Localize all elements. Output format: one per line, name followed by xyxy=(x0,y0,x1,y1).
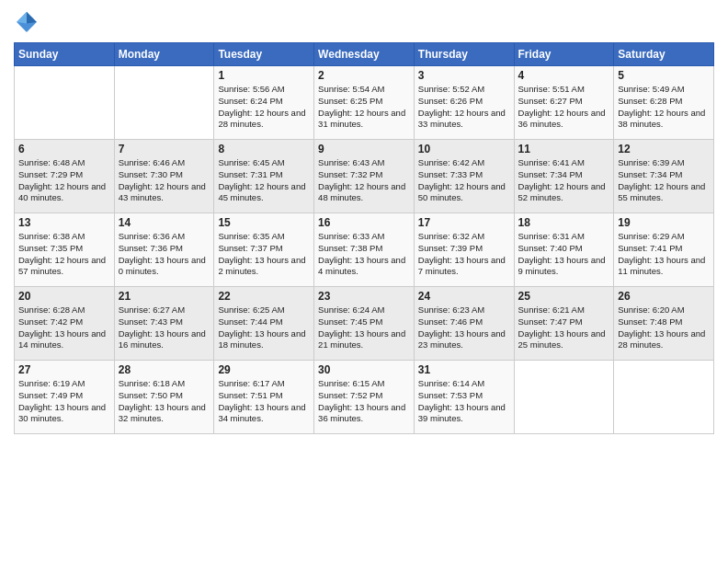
day-cell: 10Sunrise: 6:42 AM Sunset: 7:33 PM Dayli… xyxy=(414,140,514,213)
day-number: 9 xyxy=(318,143,410,155)
day-number: 1 xyxy=(218,69,310,82)
day-cell: 7Sunrise: 6:46 AM Sunset: 7:30 PM Daylig… xyxy=(114,140,214,213)
day-cell xyxy=(114,66,214,140)
day-number: 18 xyxy=(518,216,610,229)
day-cell xyxy=(614,361,714,434)
col-header-monday: Monday xyxy=(114,43,214,66)
day-number: 16 xyxy=(318,216,410,229)
day-cell: 11Sunrise: 6:41 AM Sunset: 7:34 PM Dayli… xyxy=(514,140,614,213)
day-info: Sunrise: 6:14 AM Sunset: 7:53 PM Dayligh… xyxy=(418,378,510,425)
day-cell: 23Sunrise: 6:24 AM Sunset: 7:45 PM Dayli… xyxy=(314,287,415,361)
day-number: 3 xyxy=(418,69,510,82)
calendar-table: SundayMondayTuesdayWednesdayThursdayFrid… xyxy=(14,42,714,434)
col-header-wednesday: Wednesday xyxy=(314,43,415,66)
day-info: Sunrise: 6:18 AM Sunset: 7:50 PM Dayligh… xyxy=(119,378,210,425)
day-info: Sunrise: 6:32 AM Sunset: 7:39 PM Dayligh… xyxy=(418,231,510,278)
day-cell: 19Sunrise: 6:29 AM Sunset: 7:41 PM Dayli… xyxy=(614,213,714,287)
day-cell: 17Sunrise: 6:32 AM Sunset: 7:39 PM Dayli… xyxy=(414,213,514,287)
day-cell: 28Sunrise: 6:18 AM Sunset: 7:50 PM Dayli… xyxy=(114,361,214,434)
day-info: Sunrise: 6:35 AM Sunset: 7:37 PM Dayligh… xyxy=(218,231,310,278)
day-cell xyxy=(514,361,614,434)
day-cell: 20Sunrise: 6:28 AM Sunset: 7:42 PM Dayli… xyxy=(15,287,115,361)
day-number: 6 xyxy=(18,143,110,155)
day-number: 22 xyxy=(218,290,310,303)
day-cell: 15Sunrise: 6:35 AM Sunset: 7:37 PM Dayli… xyxy=(214,213,314,287)
day-info: Sunrise: 6:43 AM Sunset: 7:32 PM Dayligh… xyxy=(318,157,410,204)
day-cell: 27Sunrise: 6:19 AM Sunset: 7:49 PM Dayli… xyxy=(15,361,115,434)
day-cell: 2Sunrise: 5:54 AM Sunset: 6:25 PM Daylig… xyxy=(314,66,415,140)
day-info: Sunrise: 6:28 AM Sunset: 7:42 PM Dayligh… xyxy=(18,304,110,351)
day-number: 12 xyxy=(618,143,710,155)
day-info: Sunrise: 6:33 AM Sunset: 7:38 PM Dayligh… xyxy=(318,231,410,278)
day-number: 27 xyxy=(18,363,110,376)
day-info: Sunrise: 6:23 AM Sunset: 7:46 PM Dayligh… xyxy=(418,304,510,351)
day-info: Sunrise: 6:45 AM Sunset: 7:31 PM Dayligh… xyxy=(218,157,310,204)
col-header-tuesday: Tuesday xyxy=(214,43,314,66)
day-number: 30 xyxy=(318,363,410,376)
day-number: 20 xyxy=(18,290,110,303)
day-info: Sunrise: 6:25 AM Sunset: 7:44 PM Dayligh… xyxy=(218,304,310,351)
day-info: Sunrise: 6:31 AM Sunset: 7:40 PM Dayligh… xyxy=(518,231,610,278)
day-number: 10 xyxy=(418,143,510,155)
day-info: Sunrise: 6:46 AM Sunset: 7:30 PM Dayligh… xyxy=(119,157,210,204)
day-info: Sunrise: 6:41 AM Sunset: 7:34 PM Dayligh… xyxy=(518,157,610,204)
day-cell: 24Sunrise: 6:23 AM Sunset: 7:46 PM Dayli… xyxy=(414,287,514,361)
day-info: Sunrise: 6:48 AM Sunset: 7:29 PM Dayligh… xyxy=(18,157,110,204)
col-header-sunday: Sunday xyxy=(15,43,115,66)
day-cell: 29Sunrise: 6:17 AM Sunset: 7:51 PM Dayli… xyxy=(214,361,314,434)
day-info: Sunrise: 6:38 AM Sunset: 7:35 PM Dayligh… xyxy=(18,231,110,278)
day-number: 29 xyxy=(218,363,310,376)
logo xyxy=(14,9,43,35)
day-info: Sunrise: 6:36 AM Sunset: 7:36 PM Dayligh… xyxy=(119,231,210,278)
day-cell: 31Sunrise: 6:14 AM Sunset: 7:53 PM Dayli… xyxy=(414,361,514,434)
day-cell: 8Sunrise: 6:45 AM Sunset: 7:31 PM Daylig… xyxy=(214,140,314,213)
week-row-1: 1Sunrise: 5:56 AM Sunset: 6:24 PM Daylig… xyxy=(15,66,714,140)
svg-marker-1 xyxy=(27,12,37,23)
day-cell: 9Sunrise: 6:43 AM Sunset: 7:32 PM Daylig… xyxy=(314,140,415,213)
day-info: Sunrise: 5:49 AM Sunset: 6:28 PM Dayligh… xyxy=(618,84,710,131)
day-cell: 21Sunrise: 6:27 AM Sunset: 7:43 PM Dayli… xyxy=(114,287,214,361)
day-info: Sunrise: 5:56 AM Sunset: 6:24 PM Dayligh… xyxy=(218,84,310,131)
day-number: 5 xyxy=(618,69,710,82)
day-info: Sunrise: 6:20 AM Sunset: 7:48 PM Dayligh… xyxy=(618,304,710,351)
day-cell: 22Sunrise: 6:25 AM Sunset: 7:44 PM Dayli… xyxy=(214,287,314,361)
col-header-saturday: Saturday xyxy=(614,43,714,66)
header xyxy=(14,9,714,35)
day-number: 19 xyxy=(618,216,710,229)
day-cell: 12Sunrise: 6:39 AM Sunset: 7:34 PM Dayli… xyxy=(614,140,714,213)
day-number: 13 xyxy=(18,216,110,229)
day-cell: 14Sunrise: 6:36 AM Sunset: 7:36 PM Dayli… xyxy=(114,213,214,287)
day-number: 2 xyxy=(318,69,410,82)
day-number: 7 xyxy=(119,143,210,155)
day-cell: 5Sunrise: 5:49 AM Sunset: 6:28 PM Daylig… xyxy=(614,66,714,140)
day-cell: 26Sunrise: 6:20 AM Sunset: 7:48 PM Dayli… xyxy=(614,287,714,361)
svg-marker-2 xyxy=(17,12,27,23)
week-row-4: 20Sunrise: 6:28 AM Sunset: 7:42 PM Dayli… xyxy=(15,287,714,361)
day-number: 11 xyxy=(518,143,610,155)
day-number: 24 xyxy=(418,290,510,303)
day-number: 31 xyxy=(418,363,510,376)
day-number: 17 xyxy=(418,216,510,229)
col-header-friday: Friday xyxy=(514,43,614,66)
day-cell: 16Sunrise: 6:33 AM Sunset: 7:38 PM Dayli… xyxy=(314,213,415,287)
day-cell xyxy=(15,66,115,140)
day-info: Sunrise: 6:17 AM Sunset: 7:51 PM Dayligh… xyxy=(218,378,310,425)
day-info: Sunrise: 6:27 AM Sunset: 7:43 PM Dayligh… xyxy=(119,304,210,351)
logo-icon xyxy=(14,9,40,35)
day-cell: 4Sunrise: 5:51 AM Sunset: 6:27 PM Daylig… xyxy=(514,66,614,140)
day-info: Sunrise: 6:39 AM Sunset: 7:34 PM Dayligh… xyxy=(618,157,710,204)
day-number: 21 xyxy=(119,290,210,303)
header-row: SundayMondayTuesdayWednesdayThursdayFrid… xyxy=(15,43,714,66)
day-number: 23 xyxy=(318,290,410,303)
day-info: Sunrise: 5:54 AM Sunset: 6:25 PM Dayligh… xyxy=(318,84,410,131)
day-info: Sunrise: 5:52 AM Sunset: 6:26 PM Dayligh… xyxy=(418,84,510,131)
day-number: 4 xyxy=(518,69,610,82)
week-row-3: 13Sunrise: 6:38 AM Sunset: 7:35 PM Dayli… xyxy=(15,213,714,287)
day-info: Sunrise: 5:51 AM Sunset: 6:27 PM Dayligh… xyxy=(518,84,610,131)
day-number: 14 xyxy=(119,216,210,229)
day-info: Sunrise: 6:21 AM Sunset: 7:47 PM Dayligh… xyxy=(518,304,610,351)
week-row-5: 27Sunrise: 6:19 AM Sunset: 7:49 PM Dayli… xyxy=(15,361,714,434)
day-cell: 13Sunrise: 6:38 AM Sunset: 7:35 PM Dayli… xyxy=(15,213,115,287)
day-number: 8 xyxy=(218,143,310,155)
day-info: Sunrise: 6:19 AM Sunset: 7:49 PM Dayligh… xyxy=(18,378,110,425)
